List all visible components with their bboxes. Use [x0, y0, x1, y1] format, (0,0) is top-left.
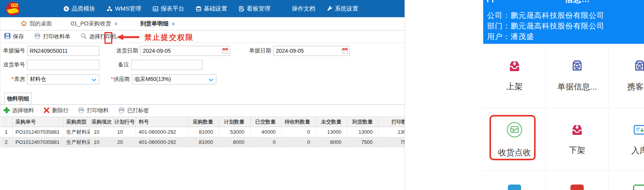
col-printed-qty[interactable]: 打印数量	[378, 117, 405, 127]
pending-qty-cell: 0	[281, 137, 316, 147]
grid-item-label: 入库	[631, 145, 644, 156]
remark-label: 备注	[94, 61, 129, 68]
tab-po-receiving[interactable]: 01_PO采购收货 ×	[71, 20, 117, 27]
nav-item-wms[interactable]: WMS管理	[106, 5, 141, 13]
printer-icon	[118, 107, 125, 115]
annotation-highlight-box	[104, 32, 112, 44]
po-item-cell: 10	[90, 137, 114, 147]
grid-item-shelve[interactable]: 上架	[483, 44, 546, 108]
save-icon	[4, 33, 11, 40]
company-line: 公司：鹏元晟高科技股份有限公司	[487, 10, 644, 21]
col-plan-qty[interactable]: 计划数量	[219, 117, 250, 127]
row-number: 2	[0, 137, 12, 147]
grid-item-partial[interactable]	[546, 171, 608, 190]
tab-arrival-detail[interactable]: 到货单明细 ×	[140, 20, 175, 27]
delete-row-button[interactable]: 删除行	[43, 107, 68, 115]
tab-label: 01_PO采购收货	[71, 20, 111, 27]
chevron-down-icon	[209, 79, 213, 81]
supplier-field: *供应商 临采M60(13%)	[94, 74, 216, 84]
function-grid: 上架 单据信息... 携客云 收货点收 下架 入库	[483, 44, 644, 190]
plan-qty-cell: 53000	[219, 127, 250, 137]
nav-item-quality[interactable]: 品质模块	[63, 5, 95, 13]
grid-item-xiekeyun[interactable]: 携客云	[608, 44, 644, 108]
col-arrived-qty[interactable]: 到货数量	[347, 117, 378, 127]
delivered-qty-cell: 40000	[250, 127, 281, 137]
calendar-icon[interactable]	[342, 48, 348, 55]
box-check-icon	[570, 59, 584, 74]
delivery-date-input[interactable]	[140, 46, 230, 56]
magnifier-icon	[81, 33, 87, 40]
clipped-blue-icon	[508, 185, 521, 190]
delete-x-icon	[43, 107, 50, 115]
doc-no-field: 单据编号	[0, 46, 99, 56]
tray-up-icon	[507, 60, 522, 74]
delivery-date-field: 送货日期	[94, 46, 230, 56]
close-icon[interactable]: ×	[114, 21, 117, 27]
col-undelivered-qty[interactable]: 未交数量	[316, 117, 347, 127]
close-icon[interactable]: ×	[172, 21, 175, 27]
grid-item-doc-info[interactable]: 单据信息...	[546, 44, 608, 108]
nav-item-system-settings[interactable]: 系统设置	[327, 5, 358, 13]
clipped-red-icon	[570, 185, 584, 190]
nav-label: 品质模块	[72, 5, 95, 13]
top-navbar: PYS 品质模块 WMS管理 报表平台 基础设置 看板管理 操作文档 系统设置	[0, 0, 405, 17]
nav-item-kanban[interactable]: 看板管理	[239, 5, 270, 13]
delivery-no-input[interactable]	[27, 60, 99, 70]
nav-label: WMS管理	[115, 5, 141, 13]
button-label: 选择物料	[12, 107, 34, 114]
tab-label: 到货单明细	[140, 20, 169, 27]
col-po-no[interactable]: 采购单号	[12, 117, 63, 127]
nav-label: 系统设置	[335, 5, 358, 13]
home-icon	[21, 20, 27, 27]
print-material-button[interactable]: 打印物料	[78, 107, 109, 115]
purchase-qty-cell: 81000	[188, 137, 219, 147]
print-receipt-button[interactable]: 打印收料单	[34, 33, 70, 40]
kanban-board-icon	[239, 6, 245, 12]
wms-main-window: PYS 品质模块 WMS管理 报表平台 基础设置 看板管理 操作文档 系统设置	[0, 0, 405, 190]
part-no-cell: 401-060000-292	[135, 127, 188, 137]
login-info-header: 信息... 公司：鹏元晟高科技股份有限公司 部门：鹏元晟高科技股份有限公司 用户…	[483, 0, 644, 44]
required-star: *	[111, 76, 113, 82]
grid-item-receive-check[interactable]: 收货点收	[483, 108, 546, 171]
table-row[interactable]: 2 PO1012407035881 生产材料采 10 20 401-060000…	[0, 137, 405, 147]
selected-value: 临采M60(13%)	[135, 76, 171, 83]
doc-date-label: 单据日期	[227, 47, 271, 54]
po-no-cell: PO1012407035881	[12, 137, 63, 147]
remark-input[interactable]	[131, 60, 202, 70]
printed-labels-button[interactable]: 已打标签	[118, 107, 149, 115]
col-part-no[interactable]: 料号	[135, 117, 188, 127]
material-detail-table: 采购单号 采购类型 采购项次 计划行号 料号 采购数量 计划数量 已交数量 待收…	[0, 117, 405, 147]
button-label: 打印收料单	[43, 33, 70, 40]
table-row[interactable]: 1 PO1012407035881 生产材料采 10 10 401-060000…	[0, 127, 405, 137]
tab-material-detail[interactable]: 物料明细	[4, 93, 32, 104]
col-pending-qty[interactable]: 待收料数量	[281, 117, 316, 127]
col-delivered-qty[interactable]: 已交数量	[250, 117, 281, 127]
grid-item-inbound[interactable]: 入库	[608, 108, 644, 171]
supplier-select[interactable]: 临采M60(13%)	[132, 74, 216, 84]
row-number: 1	[0, 127, 12, 137]
grid-item-partial[interactable]	[483, 171, 546, 190]
undelivered-qty-cell: 13000	[316, 127, 347, 137]
header-form: 单据编号 送货日期 单据日期 送货单号 备注 *库房	[0, 43, 405, 93]
nav-item-base-settings[interactable]: 基础设置	[196, 5, 227, 13]
inbound-box-icon	[632, 123, 644, 138]
grid-item-unshelve[interactable]: 下架	[546, 108, 608, 171]
select-material-button[interactable]: 选择物料	[4, 107, 34, 115]
doc-date-input[interactable]	[273, 46, 350, 56]
col-purchase-qty[interactable]: 采购数量	[188, 117, 219, 127]
department-line: 部门：鹏元晟高科技股份有限公司	[487, 21, 644, 31]
required-star: *	[12, 76, 14, 82]
nav-item-docs[interactable]: 操作文档	[292, 5, 315, 13]
button-label: 已打标签	[127, 107, 149, 114]
save-button[interactable]: 保存	[4, 33, 24, 40]
doc-no-input[interactable]	[27, 46, 99, 56]
col-po-item[interactable]: 采购项次	[90, 117, 114, 127]
col-type[interactable]: 采购类型	[63, 117, 90, 127]
type-cell: 生产材料采	[63, 137, 90, 147]
warehouse-select[interactable]: 材料仓	[27, 74, 99, 84]
col-plan-line[interactable]: 计划行号	[114, 117, 135, 127]
nav-item-report[interactable]: 报表平台	[153, 5, 184, 13]
grid-item-label: 单据信息...	[557, 81, 597, 92]
grid-item-partial[interactable]	[608, 171, 644, 190]
tab-my-desktop[interactable]: 我的桌面	[21, 20, 52, 27]
